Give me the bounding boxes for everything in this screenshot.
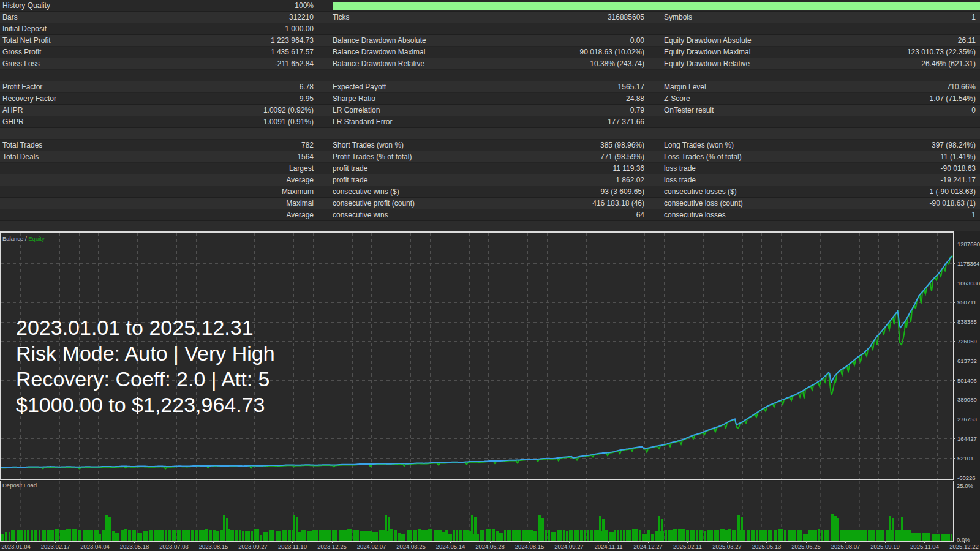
- svg-text:2023.04.04: 2023.04.04: [80, 543, 110, 550]
- svg-text:276753: 276753: [957, 416, 977, 422]
- svg-text:2025.02.11: 2025.02.11: [673, 543, 702, 550]
- svg-text:501406: 501406: [957, 377, 977, 384]
- svg-text:Balance / Equity: Balance / Equity: [2, 235, 45, 242]
- svg-text:1287690: 1287690: [957, 241, 980, 247]
- svg-text:Deposit Load: Deposit Load: [2, 482, 37, 489]
- svg-text:2024.06.28: 2024.06.28: [475, 543, 505, 550]
- svg-text:950711: 950711: [957, 299, 976, 305]
- svg-text:2023.08.15: 2023.08.15: [199, 543, 228, 550]
- svg-text:164427: 164427: [957, 435, 977, 442]
- svg-text:2023.01.04: 2023.01.04: [1, 543, 31, 550]
- svg-text:2025.03.27: 2025.03.27: [712, 543, 742, 550]
- svg-text:613732: 613732: [957, 358, 977, 364]
- svg-text:2024.05.14: 2024.05.14: [436, 543, 466, 550]
- svg-text:-60226: -60226: [957, 474, 976, 481]
- svg-text:2024.12.27: 2024.12.27: [633, 543, 663, 550]
- svg-text:2023.12.25: 2023.12.25: [317, 543, 347, 550]
- svg-text:0.0%: 0.0%: [957, 536, 970, 543]
- svg-text:838385: 838385: [957, 318, 977, 325]
- svg-text:1063038: 1063038: [957, 280, 980, 287]
- svg-text:2025.08.07: 2025.08.07: [831, 543, 861, 550]
- svg-text:2025.09.19: 2025.09.19: [870, 543, 900, 550]
- svg-text:2024.11.11: 2024.11.11: [594, 543, 622, 550]
- svg-text:2025.11.04: 2025.11.04: [910, 543, 939, 550]
- svg-text:2023.05.18: 2023.05.18: [120, 543, 149, 550]
- svg-text:52101: 52101: [957, 455, 973, 462]
- svg-text:2024.02.07: 2024.02.07: [357, 543, 386, 550]
- svg-text:2025.05.13: 2025.05.13: [752, 543, 782, 550]
- svg-text:2024.03.25: 2024.03.25: [396, 543, 426, 550]
- svg-text:2024.09.27: 2024.09.27: [554, 543, 584, 550]
- svg-text:2023.11.10: 2023.11.10: [278, 543, 307, 550]
- svg-text:726059: 726059: [957, 338, 977, 345]
- svg-text:2023.07.03: 2023.07.03: [159, 543, 189, 550]
- svg-text:1175364: 1175364: [957, 260, 979, 267]
- svg-text:2023.09.27: 2023.09.27: [238, 543, 268, 550]
- svg-text:2023.02.17: 2023.02.17: [41, 543, 70, 550]
- svg-text:389080: 389080: [957, 396, 977, 403]
- svg-text:25.0%: 25.0%: [957, 482, 973, 489]
- svg-text:2025.12.22: 2025.12.22: [949, 543, 979, 550]
- svg-text:2024.08.15: 2024.08.15: [515, 543, 545, 550]
- svg-text:2025.06.25: 2025.06.25: [791, 543, 821, 550]
